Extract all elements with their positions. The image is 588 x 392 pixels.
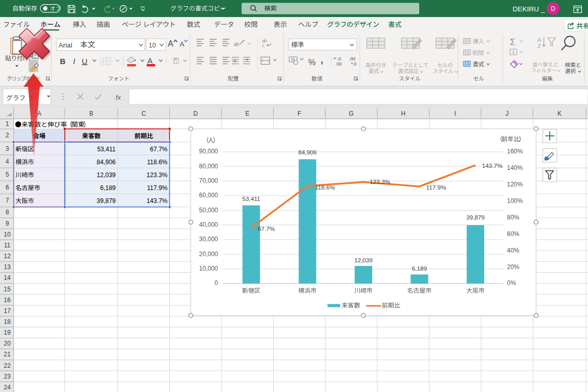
svg-text:123.3%: 123.3% [370,178,390,185]
svg-text:C: C [141,110,146,117]
svg-text:67.7%: 67.7% [258,225,275,232]
svg-text:160%: 160% [507,148,523,155]
svg-text:Arial: Arial [59,41,72,49]
svg-text:143.7%: 143.7% [147,197,168,205]
svg-text:53,411: 53,411 [242,195,260,202]
svg-text:84,906: 84,906 [97,159,116,166]
svg-text:.00: .00 [336,61,342,67]
svg-text:14: 14 [4,274,11,281]
svg-text:20,000: 20,000 [199,250,218,258]
svg-text:.0: .0 [337,56,341,61]
svg-text:60%: 60% [507,230,519,238]
svg-text:118.6%: 118.6% [315,184,335,191]
svg-text:6,189: 6,189 [100,184,116,192]
svg-text:80,000: 80,000 [199,163,218,170]
svg-text:10: 10 [4,231,11,238]
svg-text:D: D [193,110,198,117]
svg-text:,: , [321,54,323,65]
svg-text:123.3%: 123.3% [147,171,168,179]
svg-text:67.7%: 67.7% [150,146,167,153]
svg-text:2: 2 [6,132,9,139]
svg-text:.00: .00 [349,56,356,61]
svg-text:10: 10 [149,42,156,49]
svg-text:53,411: 53,411 [97,146,116,153]
svg-text:K: K [558,110,562,117]
svg-text:A: A [37,110,41,117]
svg-text:I: I [454,110,456,117]
svg-text:19: 19 [4,329,11,336]
svg-text:8: 8 [6,209,9,216]
svg-text:12,039: 12,039 [354,257,373,263]
svg-text:120%: 120% [507,181,523,188]
svg-text:60,000: 60,000 [199,192,218,199]
svg-text:117.9%: 117.9% [147,184,168,192]
svg-text:118.6%: 118.6% [147,159,168,166]
svg-text:12: 12 [4,253,11,260]
svg-text:.0: .0 [353,61,357,67]
svg-text:H: H [401,110,406,117]
svg-text:50,000: 50,000 [199,207,218,214]
svg-text:30,000: 30,000 [199,236,218,243]
svg-text:15: 15 [4,286,11,293]
svg-text:A: A [537,37,542,43]
svg-text:A: A [148,56,153,65]
svg-text:17: 17 [4,307,11,315]
svg-text:11: 11 [4,242,11,249]
svg-text:Z: Z [537,43,541,49]
svg-text:90,000: 90,000 [199,148,218,155]
svg-text:40,000: 40,000 [199,221,218,228]
svg-text:23: 23 [4,373,11,380]
svg-text:39,879: 39,879 [466,214,485,221]
svg-text:3: 3 [6,145,9,152]
svg-text:0%: 0% [507,279,516,287]
svg-text:70,000: 70,000 [199,177,218,184]
svg-text:%: % [308,57,316,67]
svg-text:18: 18 [4,318,11,325]
svg-text:I: I [73,57,75,66]
svg-text:140%: 140% [507,164,523,171]
svg-text:10,000: 10,000 [199,265,218,272]
svg-text:Σ: Σ [510,38,515,46]
svg-text:A: A [180,40,184,48]
svg-text:5: 5 [6,171,9,178]
svg-text:9: 9 [6,220,9,227]
svg-text:0: 0 [215,279,218,287]
svg-text:13: 13 [4,263,11,271]
svg-text:J: J [505,110,508,117]
svg-text:12,039: 12,039 [97,171,116,179]
svg-text:100%: 100% [507,197,523,205]
svg-text:143.7%: 143.7% [482,162,503,169]
svg-text:20: 20 [4,340,11,347]
svg-text:21: 21 [4,351,11,358]
svg-text:4: 4 [6,158,9,165]
svg-text:39,879: 39,879 [97,197,116,205]
svg-text:D: D [551,5,555,12]
svg-text:F: F [297,110,301,117]
svg-text:16: 16 [4,296,11,304]
svg-text:6: 6 [6,184,9,191]
svg-text:7: 7 [6,197,9,204]
svg-text:80%: 80% [507,214,519,221]
svg-text:22: 22 [4,362,11,369]
svg-text:U: U [82,57,88,66]
svg-text:A: A [168,39,173,48]
svg-text:84,906: 84,906 [298,149,317,155]
svg-text:6,189: 6,189 [412,265,427,272]
svg-text:DEKIRU _: DEKIRU _ [513,5,545,13]
svg-text:24: 24 [4,384,11,391]
svg-text:B: B [60,57,66,66]
svg-text:E: E [245,110,249,117]
svg-text:40%: 40% [507,247,519,254]
svg-text:20%: 20% [507,263,519,271]
svg-text:fx: fx [116,93,121,101]
svg-text:G: G [349,110,354,117]
svg-text:117.9%: 117.9% [426,184,446,191]
svg-text:1: 1 [6,120,9,128]
svg-text:B: B [89,110,93,117]
